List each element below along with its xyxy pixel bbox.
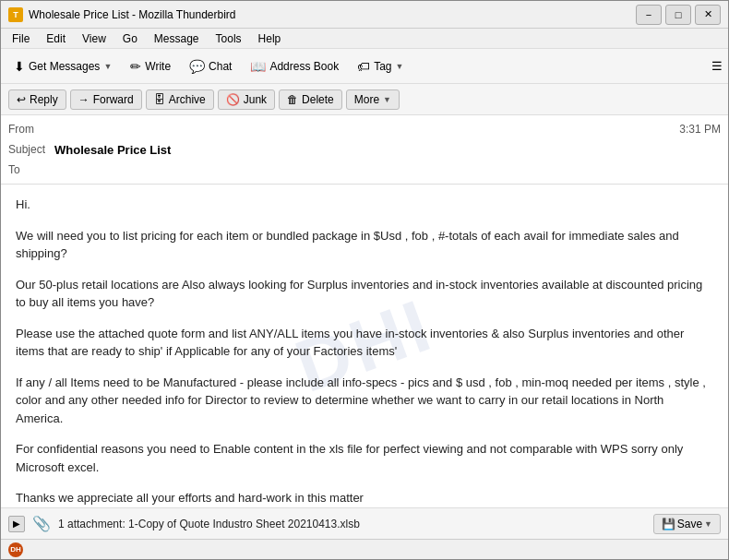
junk-icon: 🚫 xyxy=(226,93,240,106)
status-icon: DH xyxy=(8,542,23,557)
menu-edit[interactable]: Edit xyxy=(39,30,73,47)
address-book-button[interactable]: 📖 Address Book xyxy=(243,55,346,77)
more-label: More xyxy=(354,93,379,106)
toolbar-menu-icon[interactable]: ☰ xyxy=(711,59,723,73)
menu-help[interactable]: Help xyxy=(251,30,289,47)
tag-label: Tag xyxy=(374,60,391,73)
address-book-icon: 📖 xyxy=(250,59,266,74)
menu-file[interactable]: File xyxy=(5,30,37,47)
delete-label: Delete xyxy=(302,93,334,106)
email-paragraph-3: Our 50-plus retail locations are Also al… xyxy=(16,276,713,312)
email-body: DHI Hi. We will need you to list pricing… xyxy=(1,185,728,507)
title-bar: T Wholesale Price List - Mozilla Thunder… xyxy=(1,1,728,29)
menu-bar: File Edit View Go Message Tools Help xyxy=(1,29,728,49)
menu-tools[interactable]: Tools xyxy=(209,30,249,47)
archive-icon: 🗄 xyxy=(154,93,165,106)
save-dropdown-arrow: ▼ xyxy=(704,519,712,529)
menu-message[interactable]: Message xyxy=(147,30,207,47)
save-button[interactable]: 💾 Save ▼ xyxy=(653,514,721,534)
status-bar: DH xyxy=(1,539,728,559)
title-bar-controls: − □ ✕ xyxy=(636,5,721,25)
write-icon: ✏ xyxy=(130,59,141,74)
window-title: Wholesale Price List - Mozilla Thunderbi… xyxy=(29,8,236,21)
save-icon: 💾 xyxy=(662,518,675,530)
subject-label: Subject xyxy=(8,143,54,156)
subject-value: Wholesale Price List xyxy=(54,143,721,157)
email-content: Hi. We will need you to list pricing for… xyxy=(16,196,713,507)
close-button[interactable]: ✕ xyxy=(695,5,721,25)
archive-button[interactable]: 🗄 Archive xyxy=(146,89,214,110)
forward-button[interactable]: → Forward xyxy=(70,89,142,110)
email-paragraph-6: For confidential reasons you need to Ena… xyxy=(16,440,713,476)
email-paragraph-2: We will need you to list pricing for eac… xyxy=(16,227,713,263)
get-messages-button[interactable]: ⬇ Get Messages ▼ xyxy=(6,55,119,77)
to-row: To xyxy=(8,160,721,180)
from-label: From xyxy=(8,123,54,136)
email-paragraph-4: Please use the attached quote form and l… xyxy=(16,325,713,361)
minimize-button[interactable]: − xyxy=(636,5,662,25)
get-messages-label: Get Messages xyxy=(29,60,100,73)
delete-icon: 🗑 xyxy=(287,93,298,106)
attachment-expand-button[interactable]: ▶ xyxy=(8,516,25,532)
write-label: Write xyxy=(145,60,171,73)
attachment-bar: ▶ 📎 1 attachment: 1-Copy of Quote Indust… xyxy=(1,507,728,539)
menu-go[interactable]: Go xyxy=(115,30,145,47)
email-time: 3:31 PM xyxy=(679,123,721,136)
chat-label: Chat xyxy=(209,60,232,73)
archive-label: Archive xyxy=(169,93,206,106)
get-messages-icon: ⬇ xyxy=(14,59,25,74)
forward-label: Forward xyxy=(93,93,134,106)
toolbar: ⬇ Get Messages ▼ ✏ Write 💬 Chat 📖 Addres… xyxy=(1,49,728,84)
to-label: To xyxy=(8,163,54,176)
write-button[interactable]: ✏ Write xyxy=(123,55,178,77)
title-bar-left: T Wholesale Price List - Mozilla Thunder… xyxy=(8,7,236,22)
from-row: From 3:31 PM xyxy=(8,119,721,139)
status-icon-label: DH xyxy=(10,545,21,554)
junk-button[interactable]: 🚫 Junk xyxy=(218,89,275,110)
subject-row: Subject Wholesale Price List xyxy=(8,139,721,160)
more-button[interactable]: More ▼ xyxy=(346,89,400,110)
tag-icon: 🏷 xyxy=(357,59,370,74)
attachment-text: 1 attachment: 1-Copy of Quote Industro S… xyxy=(58,518,646,530)
junk-label: Junk xyxy=(244,93,267,106)
maximize-button[interactable]: □ xyxy=(665,5,691,25)
chat-icon: 💬 xyxy=(189,59,205,74)
email-header: From 3:31 PM Subject Wholesale Price Lis… xyxy=(1,115,728,185)
email-paragraph-1: Hi. xyxy=(16,196,713,214)
main-window: T Wholesale Price List - Mozilla Thunder… xyxy=(0,0,729,560)
reply-icon: ↩ xyxy=(17,93,26,106)
reply-button[interactable]: ↩ Reply xyxy=(8,89,66,110)
tag-dropdown-arrow: ▼ xyxy=(396,62,404,71)
reply-label: Reply xyxy=(30,93,58,106)
more-dropdown-arrow: ▼ xyxy=(383,95,391,104)
attachment-file-icon: 📎 xyxy=(32,515,51,532)
address-book-label: Address Book xyxy=(269,60,339,73)
email-paragraph-5: If any / all Items need to be Manufactur… xyxy=(16,374,713,428)
thunderbird-icon: T xyxy=(8,7,23,22)
save-label: Save xyxy=(677,518,702,530)
menu-view[interactable]: View xyxy=(75,30,114,47)
tag-button[interactable]: 🏷 Tag ▼ xyxy=(350,55,411,77)
forward-icon: → xyxy=(78,93,90,106)
get-messages-dropdown-arrow: ▼ xyxy=(103,62,112,71)
action-bar: ↩ Reply → Forward 🗄 Archive 🚫 Junk 🗑 Del… xyxy=(1,84,728,115)
delete-button[interactable]: 🗑 Delete xyxy=(279,89,342,110)
chat-button[interactable]: 💬 Chat xyxy=(182,55,239,77)
email-paragraph-7: Thanks we appreciate all your efforts an… xyxy=(16,489,713,507)
